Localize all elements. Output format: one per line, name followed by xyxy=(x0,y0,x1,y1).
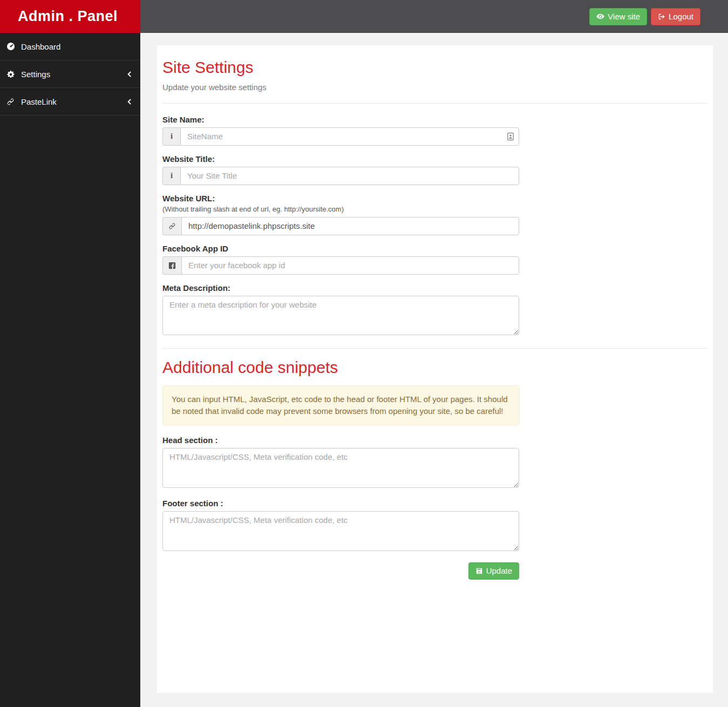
sidebar-item-dashboard[interactable]: Dashboard xyxy=(0,33,140,60)
update-button-label: Update xyxy=(486,566,512,575)
site-name-group: Site Name: i xyxy=(162,115,519,146)
footer-section-label: Footer section : xyxy=(162,499,519,508)
update-button[interactable]: Update xyxy=(468,562,519,580)
sidebar-nav: Dashboard Settings xyxy=(0,33,140,115)
view-site-label: View site xyxy=(608,12,640,21)
brand-title: Admin . Panel xyxy=(18,8,118,25)
info-icon: i xyxy=(162,167,180,185)
link-icon xyxy=(6,98,21,106)
website-url-group: Website URL: (Without trailing slash at … xyxy=(162,194,519,235)
snippets-section-title: Additional code snippets xyxy=(162,358,707,377)
app-root: Admin . Panel Dashboard xyxy=(0,0,728,707)
head-section-group: Head section : xyxy=(162,436,519,490)
divider xyxy=(162,103,707,104)
page-subtitle: Update your website settings xyxy=(162,83,707,92)
logout-button[interactable]: Logout xyxy=(651,8,700,25)
snippets-warning-alert: You can input HTML, JavaScript, etc code… xyxy=(162,385,519,425)
main-column: View site Logout Site Settings Update yo… xyxy=(140,0,728,707)
website-url-help: (Without trailing slash at end of url, e… xyxy=(162,205,519,213)
divider xyxy=(162,348,707,349)
topbar: View site Logout xyxy=(140,0,728,33)
website-url-input[interactable] xyxy=(181,217,519,235)
sidebar-item-pastelink[interactable]: PasteLink xyxy=(0,88,140,115)
sidebar: Admin . Panel Dashboard xyxy=(0,0,140,707)
sidebar-item-label: PasteLink xyxy=(21,97,57,106)
logout-label: Logout xyxy=(669,12,693,21)
meta-description-group: Meta Description: xyxy=(162,283,519,337)
head-section-label: Head section : xyxy=(162,436,519,445)
page-title: Site Settings xyxy=(162,58,707,77)
info-icon: i xyxy=(162,127,180,146)
website-url-label: Website URL: xyxy=(162,194,519,203)
facebook-app-id-input[interactable] xyxy=(181,256,519,275)
website-title-group: Website Title: i xyxy=(162,154,519,185)
chevron-left-icon xyxy=(127,71,132,78)
snippets-form: You can input HTML, JavaScript, etc code… xyxy=(162,385,519,580)
facebook-app-id-group: Facebook App ID xyxy=(162,244,519,275)
facebook-icon xyxy=(162,256,181,275)
site-name-label: Site Name: xyxy=(162,115,519,124)
save-icon xyxy=(475,567,483,575)
site-settings-form: Site Name: i xyxy=(162,115,519,337)
head-section-textarea[interactable] xyxy=(162,448,519,488)
settings-panel: Site Settings Update your website settin… xyxy=(157,45,713,693)
logout-icon xyxy=(658,13,665,21)
view-site-button[interactable]: View site xyxy=(589,8,647,25)
facebook-app-id-label: Facebook App ID xyxy=(162,244,519,253)
dashboard-icon xyxy=(6,42,21,51)
brand: Admin . Panel xyxy=(0,0,140,33)
sidebar-item-label: Settings xyxy=(21,70,50,79)
footer-section-group: Footer section : xyxy=(162,499,519,553)
contact-autofill-icon[interactable] xyxy=(507,132,514,141)
website-title-label: Website Title: xyxy=(162,154,519,164)
content-area: Site Settings Update your website settin… xyxy=(140,33,728,707)
link-icon xyxy=(162,217,181,235)
sidebar-item-label: Dashboard xyxy=(21,42,60,51)
eye-icon xyxy=(596,12,604,21)
sidebar-item-settings[interactable]: Settings xyxy=(0,60,140,88)
form-actions: Update xyxy=(162,562,519,580)
meta-description-textarea[interactable] xyxy=(162,296,519,335)
website-title-input[interactable] xyxy=(180,167,519,185)
meta-description-label: Meta Description: xyxy=(162,283,519,293)
site-name-input[interactable] xyxy=(180,127,519,146)
footer-section-textarea[interactable] xyxy=(162,511,519,551)
chevron-left-icon xyxy=(127,98,132,105)
gear-icon xyxy=(6,70,21,78)
